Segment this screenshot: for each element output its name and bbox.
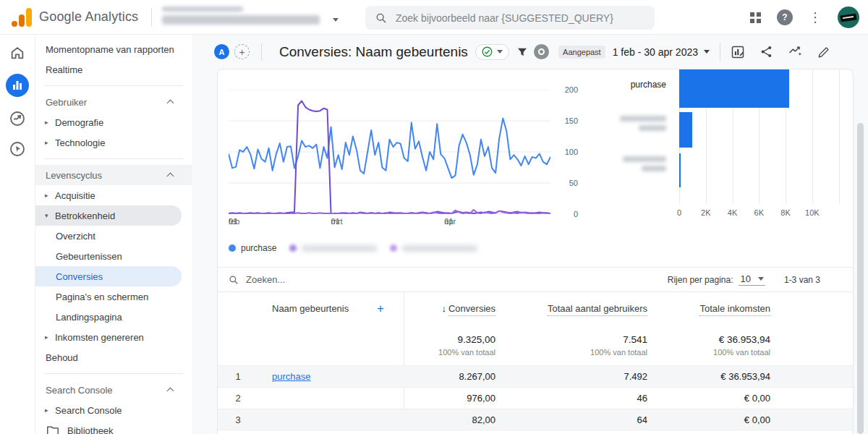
user-avatar[interactable] [838,7,859,28]
redacted-account-name [162,7,243,12]
sidebar-item-paginas-en-schermen[interactable]: Pagina's en schermen [35,286,192,307]
share-icon[interactable] [760,45,773,59]
sidebar-item-bibliotheek[interactable]: Bibliotheek [35,420,192,434]
legend-item-purchase[interactable]: purchase [229,243,276,253]
search-icon [229,275,239,285]
more-options-icon[interactable]: ⋮ [809,11,822,24]
bar-redacted [679,153,681,187]
chevron-up-icon [167,173,174,180]
legend-item-redacted[interactable] [390,244,477,252]
home-icon[interactable] [9,45,25,61]
chevron-down-icon [704,50,710,54]
explore-icon[interactable] [9,110,26,127]
chevron-down-icon [333,18,339,22]
triangle-right-icon: ▸ [45,119,55,126]
report-letter-avatar[interactable]: A [214,44,229,59]
customize-report-icon[interactable] [731,45,745,59]
chevron-down-icon [497,50,503,54]
search-placeholder: Zoek bijvoorbeeld naar {SUGGESTED_QUERY} [396,12,613,24]
sidebar-item-inkomsten-genereren[interactable]: ▸Inkomsten genereren [35,327,192,347]
apps-grid-icon[interactable] [750,12,761,23]
divider [44,373,183,374]
sidebar-item-technologie[interactable]: ▸Technologie [35,132,192,153]
edit-pencil-icon[interactable] [817,46,830,59]
sidebar-item-demografie[interactable]: ▸Demografie [35,112,192,132]
chart-legend: purchase [229,243,477,253]
redacted-label [402,245,477,252]
column-header-conversies[interactable]: ↓Conversies [404,303,501,314]
date-custom-badge: Aangepast [558,46,605,59]
sidebar-item-realtime[interactable]: Realtime [35,59,192,80]
google-analytics-logo-icon [12,8,32,27]
bar-label-redacted [623,156,666,171]
sidebar-section-levenscyclus[interactable]: Levenscyclus [35,165,192,185]
divider [261,43,262,61]
add-comparison-button[interactable]: + [234,44,250,59]
vertical-scrollbar[interactable] [857,123,864,434]
triangle-down-icon: ▾ [45,212,55,219]
sidebar-item-behoud[interactable]: Behoud [35,347,192,367]
legend-item-redacted[interactable] [289,244,377,252]
legend-dot-icon [390,244,397,252]
segment-circle-icon[interactable] [534,44,549,59]
triangle-right-icon: ▸ [45,139,55,146]
event-link-purchase[interactable]: purchase [272,371,310,382]
rows-per-page-select[interactable]: 10 [739,273,765,286]
pagination-range: 1-3 van 3 [784,275,820,285]
insights-icon[interactable] [788,45,803,59]
bar-chart[interactable] [679,69,844,204]
redacted-property-name [162,15,320,25]
rows-per-page-label: Rijen per pagina: [668,275,733,285]
page-title: Conversies: Naam gebeurtenis [279,44,468,60]
table-search-input[interactable]: Zoeken... [229,274,285,285]
search-icon [375,12,387,24]
filter-icon[interactable] [516,46,528,58]
report-card: 050100150200 01feb01mrt01apr purchase [217,69,854,434]
bar-redacted [679,112,692,148]
brand-title: Google Analytics [39,9,138,25]
sidebar-item-momentopname[interactable]: Momentopname van rapporten [35,39,192,59]
add-dimension-icon[interactable]: + [377,302,384,316]
reports-icon[interactable] [6,74,29,97]
line-chart[interactable] [229,90,550,214]
library-folder-icon [47,425,59,434]
column-header-gebruikers[interactable]: Totaal aantal gebruikers [501,303,653,314]
nav-rail [0,35,35,434]
sort-descending-icon: ↓ [441,303,446,314]
table-header-row: Naam gebeurtenis + ↓Conversies Totaal aa… [218,292,853,325]
sidebar-item-overzicht[interactable]: Overzicht [35,226,192,246]
legend-dot-icon [289,244,297,252]
line-chart-x-axis: 01feb01mrt01apr [229,217,550,239]
bar-chart-category-labels: purchase [594,69,666,204]
table-row[interactable]: 2 976,00 46 € 0,00 [218,387,853,409]
divider [151,8,152,27]
date-range-selector[interactable]: 1 feb - 30 apr 2023 [613,46,698,58]
sidebar-section-gebruiker[interactable]: Gebruiker [35,92,192,112]
sidebar-item-search-console[interactable]: ▸Search Console [35,400,192,420]
legend-dot-icon [229,244,236,252]
ga-app: Google Analytics Zoek bijvoorbeeld naar … [0,0,868,434]
column-header-inkomsten[interactable]: Totale inkomsten [653,303,776,314]
sidebar-item-conversies-selected[interactable]: Conversies [35,266,182,286]
main-content: A + Conversies: Naam gebeurtenis Aangepa… [192,35,868,434]
sidebar-item-betrokkenheid[interactable]: ▾Betrokkenheid [35,205,182,226]
sidebar-section-search-console[interactable]: Search Console [35,380,192,400]
table-row[interactable]: 1 purchase 8.267,00 7.492 € 36.953,94 [218,365,853,387]
global-search-input[interactable]: Zoek bijvoorbeeld naar {SUGGESTED_QUERY} [365,6,655,30]
chevron-up-icon [167,388,174,395]
advertising-icon[interactable] [9,140,26,158]
report-nav-sidebar: Momentopname van rapporten Realtime Gebr… [35,35,192,434]
table-row[interactable]: 3 82,00 64 € 0,00 [218,409,853,430]
chevron-up-icon [167,100,174,107]
sidebar-item-landingspagina[interactable]: Landingspagina [35,307,192,327]
line-chart-y-axis: 050100150200 [556,90,578,217]
column-header-name[interactable]: Naam gebeurtenis + [258,302,404,316]
sidebar-item-acquisitie[interactable]: ▸Acquisitie [35,185,192,205]
report-status-pill[interactable] [475,44,509,60]
bar-label-purchase: purchase [631,80,666,90]
triangle-right-icon: ▸ [45,333,55,341]
help-icon[interactable]: ? [777,9,793,25]
account-property-selector[interactable] [162,5,343,30]
top-app-bar: Google Analytics Zoek bijvoorbeeld naar … [0,0,868,35]
sidebar-item-gebeurtenissen[interactable]: Gebeurtenissen [35,246,192,266]
